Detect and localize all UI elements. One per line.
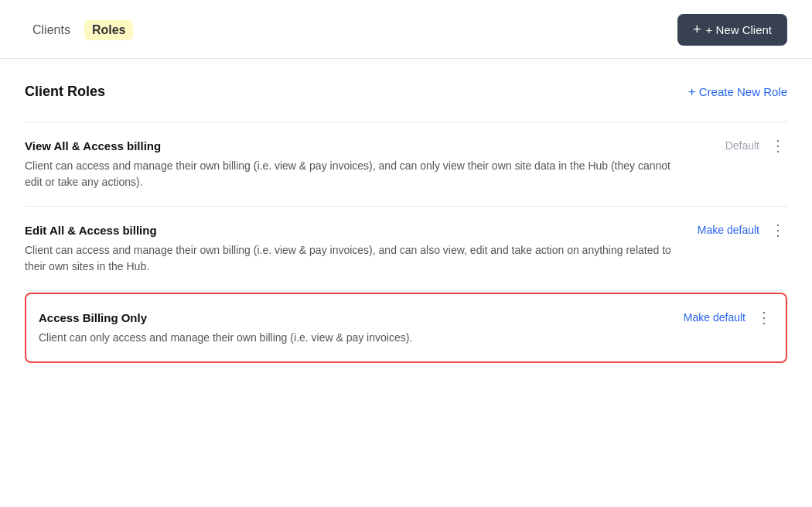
role-card-3-header: Access Billing Only Make default ⋮ bbox=[39, 310, 773, 325]
new-client-button[interactable]: + + New Client bbox=[677, 14, 787, 46]
create-new-role-button[interactable]: + Create New Role bbox=[688, 84, 787, 100]
role-1-status: Default bbox=[725, 139, 759, 152]
top-nav: Clients Roles + + New Client bbox=[0, 0, 812, 59]
role-1-description: Client can access and manage their own b… bbox=[25, 158, 690, 190]
role-2-make-default-button[interactable]: Make default bbox=[698, 224, 759, 236]
role-card-2-header: Edit All & Access billing Make default ⋮ bbox=[25, 222, 787, 238]
role-card-1-header: View All & Access billing Default ⋮ bbox=[25, 138, 787, 153]
role-2-description: Client can access and manage their own b… bbox=[25, 242, 690, 275]
new-client-plus-icon: + bbox=[693, 22, 701, 38]
new-client-label: + New Client bbox=[706, 23, 772, 36]
section-header: Client Roles + Create New Role bbox=[25, 84, 787, 100]
role-2-menu-button[interactable]: ⋮ bbox=[769, 222, 787, 238]
role-3-menu-button[interactable]: ⋮ bbox=[755, 310, 773, 325]
roles-list: View All & Access billing Default ⋮ Clie… bbox=[25, 122, 787, 363]
role-3-actions: Make default ⋮ bbox=[684, 310, 773, 325]
role-1-menu-button[interactable]: ⋮ bbox=[769, 138, 787, 153]
role-1-name: View All & Access billing bbox=[25, 139, 161, 152]
section-title: Client Roles bbox=[25, 84, 105, 100]
nav-tabs: Clients Roles bbox=[25, 20, 133, 40]
role-2-actions: Make default ⋮ bbox=[698, 222, 787, 238]
create-role-label: Create New Role bbox=[699, 85, 787, 98]
role-card-1: View All & Access billing Default ⋮ Clie… bbox=[25, 122, 787, 207]
tab-clients[interactable]: Clients bbox=[25, 20, 78, 40]
role-card-3: Access Billing Only Make default ⋮ Clien… bbox=[25, 293, 787, 363]
role-2-name: Edit All & Access billing bbox=[25, 224, 157, 237]
create-role-plus-icon: + bbox=[688, 84, 696, 100]
role-1-actions: Default ⋮ bbox=[725, 138, 787, 153]
role-card-2: Edit All & Access billing Make default ⋮… bbox=[25, 207, 787, 291]
role-3-make-default-button[interactable]: Make default bbox=[684, 311, 745, 324]
tab-roles[interactable]: Roles bbox=[84, 20, 134, 40]
role-3-description: Client can only access and manage their … bbox=[39, 330, 704, 346]
role-3-name: Access Billing Only bbox=[39, 311, 147, 324]
main-content: Client Roles + Create New Role View All … bbox=[0, 59, 812, 388]
